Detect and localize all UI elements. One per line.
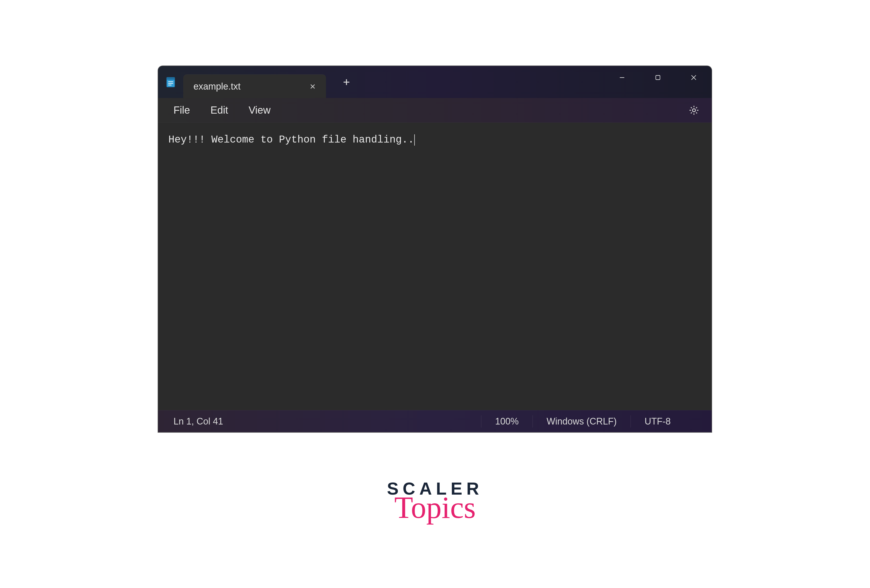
tab-title: example.txt — [194, 81, 241, 92]
text-editor[interactable]: Hey!!! Welcome to Python file handling.. — [158, 122, 712, 410]
maximize-button[interactable] — [640, 66, 676, 89]
brand-bottom-text: Topics — [387, 494, 483, 521]
settings-button[interactable] — [688, 104, 700, 116]
statusbar: Ln 1, Col 41 100% Windows (CRLF) UTF-8 — [158, 410, 712, 432]
menubar: File Edit View — [158, 98, 712, 122]
tab-example[interactable]: example.txt — [183, 74, 326, 98]
status-zoom[interactable]: 100% — [481, 414, 532, 429]
svg-rect-10 — [656, 76, 660, 80]
minimize-button[interactable] — [604, 66, 640, 89]
menu-edit[interactable]: Edit — [200, 102, 238, 119]
status-line-ending[interactable]: Windows (CRLF) — [533, 414, 630, 429]
editor-content: Hey!!! Welcome to Python file handling.. — [168, 134, 414, 146]
titlebar-left: example.txt — [158, 66, 355, 98]
window-controls — [604, 66, 712, 89]
status-position[interactable]: Ln 1, Col 41 — [158, 414, 481, 429]
status-encoding[interactable]: UTF-8 — [631, 414, 712, 429]
notepad-icon — [166, 76, 176, 88]
new-tab-button[interactable] — [338, 73, 355, 91]
menu-view[interactable]: View — [238, 102, 281, 119]
text-cursor — [414, 134, 415, 146]
svg-point-13 — [693, 109, 696, 112]
close-tab-icon[interactable] — [307, 81, 318, 92]
notepad-window: example.txt — [158, 66, 712, 432]
svg-rect-1 — [167, 77, 175, 80]
titlebar: example.txt — [158, 66, 712, 98]
close-window-button[interactable] — [676, 66, 712, 89]
menu-file[interactable]: File — [163, 102, 200, 119]
brand-logo: SCALER Topics — [387, 478, 483, 521]
